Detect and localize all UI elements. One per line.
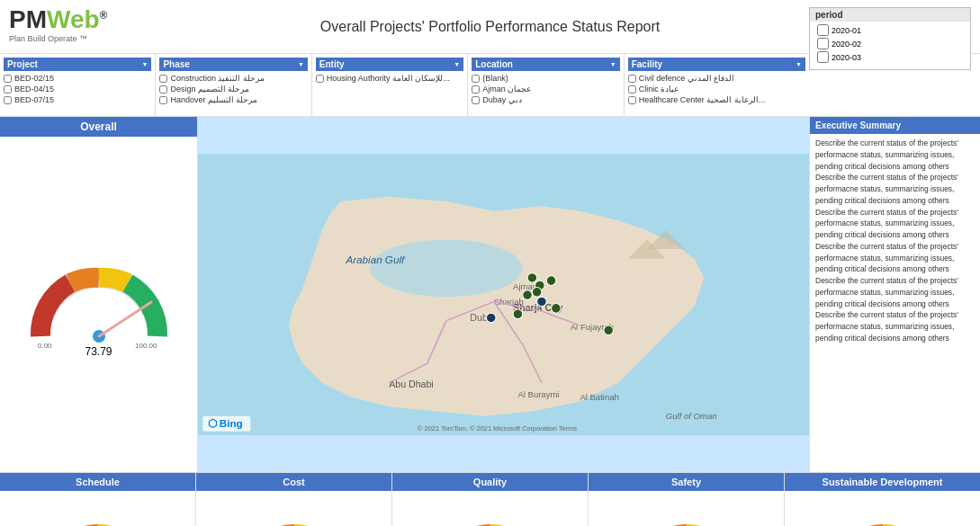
- facility-filter-header[interactable]: Facility: [628, 58, 805, 71]
- entity-filter: Entity Housing Authority للإسكان العامة.…: [312, 54, 468, 116]
- quality-gauge-wrapper: 0.00 100.00 73.79: [432, 491, 549, 526]
- phase-item-1: Construction مرحلة التنفيذ: [159, 73, 307, 84]
- logo-text: PMWeb®: [9, 7, 107, 32]
- schedule-gauge-wrapper: 0.00 100.00 32.22: [40, 491, 157, 526]
- facility-item-2: Clinic عيادة: [628, 84, 805, 94]
- svg-point-25: [604, 325, 614, 335]
- facility-checkbox-3[interactable]: [628, 96, 636, 104]
- exec-summary-panel: Executive Summary Describe the current s…: [809, 117, 980, 472]
- safety-section: Safety 0.00 100.00 32.22: [589, 473, 785, 526]
- schedule-title: Schedule: [0, 473, 195, 491]
- sustainable-gauge-wrapper: 0.00 100.00 73.79: [824, 491, 941, 526]
- facility-item-1: Civil defence الدفاع المدني: [628, 73, 805, 84]
- map-svg: Arabian Gulf Sharjah Ajman Sharja City D…: [198, 117, 809, 472]
- svg-point-27: [486, 313, 496, 323]
- safety-title: Safety: [589, 473, 784, 491]
- svg-point-19: [523, 290, 533, 300]
- phase-filter-header[interactable]: Phase: [159, 58, 307, 71]
- project-item-1: BED-02/15: [4, 73, 151, 84]
- svg-text:© 2021 TomTom, © 2021 Microsof: © 2021 TomTom, © 2021 Microsoft Corporat…: [418, 424, 577, 432]
- sustainable-gauge-container: 0.00 100.00 73.79: [824, 514, 941, 526]
- bottom-gauges: Schedule 0.00 100.00 32.22: [0, 472, 980, 526]
- facility-checkbox-2[interactable]: [628, 85, 636, 94]
- svg-point-24: [552, 304, 562, 314]
- location-checkbox-2[interactable]: [472, 85, 480, 94]
- safety-gauge-wrapper: 0.00 100.00 32.22: [628, 491, 745, 526]
- page-title: Overall Projects' Portfolio Performance …: [320, 19, 660, 35]
- project-item-2: BED-04/15: [4, 84, 151, 94]
- exec-summary-content[interactable]: Describe the current status of the proje…: [810, 134, 980, 472]
- entity-filter-header[interactable]: Entity: [316, 58, 463, 71]
- facility-checkbox-1[interactable]: [628, 75, 636, 83]
- cost-gauge-svg: 0.00 100.00: [236, 514, 353, 526]
- facility-filter: Facility Civil defence الدفاع المدني Cli…: [625, 54, 809, 116]
- svg-text:Arabian Gulf: Arabian Gulf: [345, 254, 406, 265]
- quality-gauge-svg: 0.00 100.00: [432, 514, 549, 526]
- sustainable-section: Sustainable Development 0.00 100.00 73.7…: [785, 473, 980, 526]
- overall-gauge-container: 0.00 100.00 73.79: [27, 251, 171, 358]
- svg-point-22: [527, 273, 537, 283]
- period-panel: period 2020-01 2020-02 2020-03: [809, 7, 971, 70]
- period-item-2: 2020-02: [815, 37, 965, 50]
- project-item-3: BED-07/15: [4, 94, 151, 105]
- project-filter-header[interactable]: Project: [4, 58, 151, 71]
- svg-text:Al Buraymi: Al Buraymi: [517, 389, 559, 399]
- schedule-section: Schedule 0.00 100.00 32.22: [0, 473, 196, 526]
- safety-gauge-container: 0.00 100.00 32.22: [628, 514, 745, 526]
- overall-panel: Overall: [0, 117, 198, 472]
- period-checkbox-1[interactable]: [817, 24, 829, 36]
- svg-point-23: [537, 297, 547, 307]
- overall-gauge-svg: 0.00 100.00: [27, 251, 171, 350]
- phase-item-3: Handover مرحلة التسليم: [159, 94, 307, 105]
- safety-gauge-svg: 0.00 100.00: [628, 514, 745, 526]
- project-filter: Project BED-02/15 BED-04/15 BED-07/15: [0, 54, 156, 116]
- main-content: Overall: [0, 117, 980, 472]
- overall-header: Overall: [0, 117, 197, 137]
- phase-item-2: Design مرحلة التصميم: [159, 84, 307, 94]
- entity-checkbox-1[interactable]: [316, 75, 324, 83]
- svg-text:⬡ Bing: ⬡ Bing: [208, 418, 243, 430]
- svg-line-1: [99, 302, 151, 336]
- phase-filter: Phase Construction مرحلة التنفيذ Design …: [156, 54, 311, 116]
- exec-summary-header: Executive Summary: [810, 117, 980, 134]
- phase-checkbox-2[interactable]: [159, 85, 167, 94]
- logo-subtitle: Plan Build Operate ™: [9, 34, 107, 43]
- schedule-gauge-svg: 0.00 100.00: [40, 514, 157, 526]
- location-item-1: (Blank): [472, 73, 619, 84]
- location-item-2: Ajman عجمان: [472, 84, 619, 94]
- period-item-3: 2020-03: [815, 50, 965, 64]
- logo-pm: PM: [9, 5, 47, 33]
- period-item-1: 2020-01: [815, 23, 965, 37]
- svg-text:0.00: 0.00: [38, 342, 52, 350]
- map-area: Arabian Gulf Sharjah Ajman Sharja City D…: [198, 117, 809, 472]
- overall-gauge-value: 73.79: [85, 345, 112, 358]
- cost-section: Cost 0.00 100.00 68.04: [196, 473, 392, 526]
- phase-checkbox-1[interactable]: [159, 75, 167, 83]
- project-checkbox-3[interactable]: [4, 96, 12, 104]
- quality-gauge-container: 0.00 100.00 73.79: [432, 514, 549, 526]
- location-filter-header[interactable]: Location: [472, 58, 619, 71]
- period-header: period: [810, 8, 970, 22]
- project-checkbox-1[interactable]: [4, 75, 12, 83]
- cost-gauge-wrapper: 0.00 100.00 68.04: [236, 491, 353, 526]
- period-list: 2020-01 2020-02 2020-03: [810, 22, 970, 66]
- svg-point-26: [513, 309, 523, 319]
- svg-point-21: [546, 276, 556, 286]
- location-filter: Location (Blank) Ajman عجمان Dubay دبي: [468, 54, 624, 116]
- cost-title: Cost: [196, 473, 391, 491]
- period-checkbox-3[interactable]: [817, 51, 829, 63]
- logo-registered: ®: [100, 9, 108, 22]
- period-checkbox-2[interactable]: [817, 38, 829, 49]
- svg-text:100.00: 100.00: [135, 342, 157, 350]
- location-item-3: Dubay دبي: [472, 94, 619, 105]
- phase-checkbox-3[interactable]: [159, 96, 167, 104]
- logo-web: Web: [47, 5, 100, 33]
- logo: PMWeb® Plan Build Operate ™: [9, 7, 107, 43]
- quality-title: Quality: [392, 473, 588, 491]
- entity-item-1: Housing Authority للإسكان العامة...: [316, 73, 463, 84]
- location-checkbox-1[interactable]: [472, 75, 480, 83]
- facility-item-3: Healthcare Center الرعاية الصحية...: [628, 94, 805, 105]
- project-checkbox-2[interactable]: [4, 85, 12, 94]
- location-checkbox-3[interactable]: [472, 96, 480, 104]
- overall-gauge-wrapper: 0.00 100.00 73.79: [0, 137, 197, 472]
